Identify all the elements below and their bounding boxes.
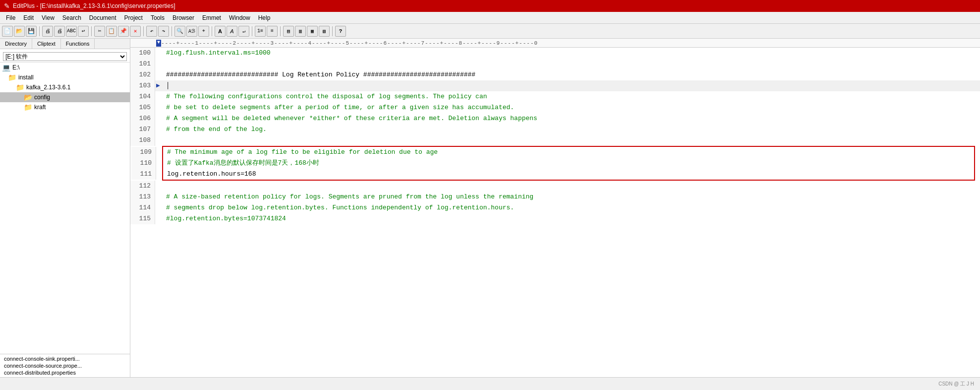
line-content[interactable]: #log.retention.bytes=1073741824 [162,213,286,224]
goto-button[interactable]: ⌖ [198,26,209,37]
menu-item-document[interactable]: Document [85,13,120,22]
undo-button[interactable]: ↩ [78,26,89,37]
line-content[interactable]: # segments drop below log.retention.byte… [162,202,514,213]
line-content[interactable]: # The minimum age of a log file to be el… [163,147,438,158]
split-button[interactable]: ▥ [295,26,306,37]
save-button[interactable]: 💾 [26,26,37,37]
menu-item-edit[interactable]: Edit [19,13,38,22]
menu-item-window[interactable]: Window [225,13,254,22]
title-text: EditPlus - [E:\install\kafka_2.13-3.6.1\… [13,2,175,9]
wordwrap-button[interactable]: ↵ [238,26,249,37]
format-button[interactable]: ≡ [267,26,278,37]
line-number: 103 [130,80,155,91]
line-arrow [156,147,163,158]
drive-icon: 💻 [2,64,10,71]
line-arrow [155,59,162,69]
line-arrow [156,169,163,180]
line-number: 101 [130,59,155,69]
sidebar-tabs: Directory Cliptext Functions [0,39,130,49]
tab-functions[interactable]: Functions [61,39,95,49]
ruler-ticks: ----+----1----+----2----+----3----+----4… [161,40,538,46]
mono-button[interactable]: ▤ [283,26,294,37]
tree-folder-install[interactable]: 📁 install [0,72,130,82]
line-content[interactable]: # A segment will be deleted whenever *ei… [162,113,537,124]
drive-dropdown[interactable]: [E:] 软件 [3,52,127,61]
tree-label: kafka_2.13-3.6.1 [26,84,70,91]
toolbar: 📄 📂 💾 🖨 🖨 ABC ↩ ✂ 📋 📌 ✕ ↶ ↷ 🔍 Aℬ ⌖ A A ↵… [0,24,980,39]
copy-button[interactable]: 📋 [106,26,117,37]
cut-button[interactable]: ✂ [94,26,105,37]
code-editor[interactable]: 100 #log.flush.interval.ms=1000 101 102 … [130,48,980,377]
statusbar: CSDN @ 工 J H [0,377,980,390]
sidebar: Directory Cliptext Functions [E:] 软件 💻 E… [0,39,130,377]
line-content[interactable] [162,181,170,192]
line-content[interactable]: │ [162,80,170,91]
open-button[interactable]: 📂 [14,26,25,37]
line-content[interactable]: # from the end of the log. [162,124,267,135]
line-content[interactable]: #log.flush.interval.ms=1000 [162,48,271,59]
tree-folder-config[interactable]: 📂 config [0,92,130,102]
tab-cliptext[interactable]: Cliptext [32,39,61,49]
line-content[interactable] [162,59,170,69]
tree-folder-kraft[interactable]: 📁 kraft [0,102,130,112]
find-button[interactable]: 🔍 [174,26,185,37]
menu-item-search[interactable]: Search [58,13,85,22]
bold-button[interactable]: A [215,26,226,37]
menu-item-tools[interactable]: Tools [147,13,169,22]
sep7 [280,26,281,36]
sep5 [212,26,212,36]
menu-item-browser[interactable]: Browser [169,13,198,22]
delete-button[interactable]: ✕ [130,26,141,37]
drive-selector[interactable]: [E:] 软件 [0,51,130,63]
folder-open-icon: 📂 [24,93,32,101]
code-line-115: 115 #log.retention.bytes=1073741824 [130,213,980,224]
code-line-114: 114 # segments drop below log.retention.… [130,202,980,213]
new-button[interactable]: 📄 [2,26,13,37]
menu-item-project[interactable]: Project [120,13,147,22]
help-button[interactable]: ? [335,26,346,37]
file-item-1[interactable]: connect-console-source.prope... [2,362,128,369]
file-item-0[interactable]: connect-console-sink.properti... [2,355,128,362]
line-content[interactable]: ############################# Log Retent… [162,69,475,80]
print2-button[interactable]: 🖨 [54,26,65,37]
sep2 [91,26,92,36]
line-arrow [155,102,162,113]
tree-folder-kafka[interactable]: 📁 kafka_2.13-3.6.1 [0,82,130,92]
app-icon: ✎ [4,2,10,10]
split2-button[interactable]: ▦ [307,26,318,37]
menu-item-help[interactable]: Help [254,13,275,22]
menu-item-emmet[interactable]: Emmet [198,13,225,22]
tree-drive-e[interactable]: 💻 E:\ [0,63,130,72]
menu-item-file[interactable]: File [2,13,19,22]
code-line-110: 110 # 设置了Kafka消息的默认保存时间是7天，168小时 [131,158,974,169]
code-line-103: 103 ▶ │ [130,80,980,91]
line-arrow [155,192,162,202]
line-number: 109 [131,147,156,158]
spellcheck-button[interactable]: ABC [66,26,77,37]
line-content[interactable]: log.retention.hours=168 [163,169,256,180]
sep3 [143,26,144,36]
redo-button[interactable]: ↷ [158,26,169,37]
code-line-108: 108 [130,135,980,146]
line-content[interactable] [162,135,170,146]
code-line-113: 113 # A size-based retention policy for … [130,192,980,202]
print-button[interactable]: 🖨 [42,26,53,37]
code-line-102: 102 ############################# Log Re… [130,69,980,80]
tab-directory[interactable]: Directory [0,39,32,49]
file-item-2[interactable]: connect-distributed.properties [2,369,128,376]
split3-button[interactable]: ▧ [319,26,330,37]
line-content[interactable]: # be set to delete segments after a peri… [162,102,514,113]
replace-button[interactable]: Aℬ [186,26,197,37]
line-arrow [155,135,162,146]
line-content[interactable]: # 设置了Kafka消息的默认保存时间是7天，168小时 [163,158,319,169]
line-content[interactable]: # The following configurations control t… [162,91,487,102]
italic-button[interactable]: A [227,26,237,37]
numbering-button[interactable]: 1≡ [255,26,266,37]
paste-button[interactable]: 📌 [118,26,129,37]
undo2-button[interactable]: ↶ [146,26,157,37]
sep1 [39,26,40,36]
menu-item-view[interactable]: View [38,13,58,22]
line-content[interactable]: # A size-based retention policy for logs… [162,192,533,202]
main-layout: Directory Cliptext Functions [E:] 软件 💻 E… [0,39,980,377]
line-arrow [155,124,162,135]
